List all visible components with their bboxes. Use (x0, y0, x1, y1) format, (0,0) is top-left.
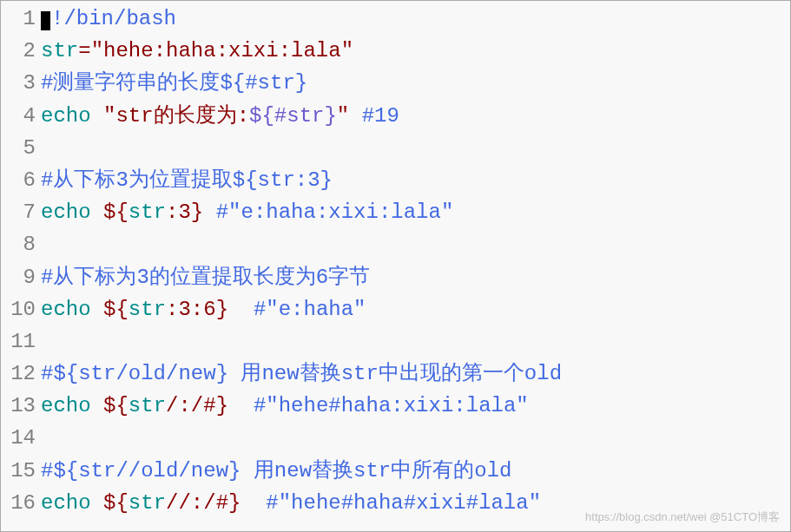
code-token: str (129, 298, 166, 321)
line-content: #测量字符串的长度${#str} (41, 67, 790, 99)
code-token: #${str/old/new} 用new替换str中出现的第一个old (41, 362, 562, 385)
line-number: 14 (3, 422, 41, 454)
code-token: / (166, 394, 178, 417)
code-token: #"hehe#haha:xixi:lala" (254, 394, 529, 417)
line-content (41, 325, 790, 358)
code-token: /#} (203, 491, 241, 515)
code-token (91, 491, 103, 515)
code-line: 11 (3, 325, 790, 358)
line-number: 12 (3, 358, 41, 390)
code-token: : (191, 298, 203, 321)
code-line: 5 (3, 132, 790, 164)
code-token (228, 394, 254, 417)
code-token: "hehe:haha:xixi:lala" (91, 39, 353, 62)
code-token (228, 298, 254, 321)
code-token: #${str//old/new} 用new替换str中所有的old (41, 459, 511, 483)
code-token: #从下标为3的位置提取长度为6字节 (41, 266, 370, 289)
code-token: "str的长度为: (103, 104, 249, 128)
code-token (91, 298, 103, 321)
line-number: 16 (3, 487, 41, 519)
code-token (203, 200, 215, 224)
code-token (91, 394, 103, 417)
line-content: !/bin/bash (41, 3, 790, 35)
line-content (41, 422, 790, 454)
code-line: 8 (3, 228, 790, 260)
code-token: echo (41, 298, 91, 321)
code-token: " (337, 104, 349, 128)
line-content: echo "str的长度为:${#str}" #19 (41, 100, 790, 132)
line-number: 11 (3, 325, 41, 358)
line-number: 6 (3, 164, 41, 196)
code-token: #从下标3为位置提取${str:3} (41, 168, 333, 192)
code-token: #19 (362, 104, 399, 128)
line-content (41, 228, 790, 260)
code-token: 6 (203, 298, 215, 321)
code-token: !/bin/bash (51, 7, 176, 30)
code-token: = (78, 39, 90, 62)
code-line: 13echo ${str/:/#} #"hehe#haha:xixi:lala" (3, 390, 790, 422)
code-token: str (129, 200, 166, 224)
line-content (41, 132, 790, 164)
code-editor: 1!/bin/bash2str="hehe:haha:xixi:lala"3#测… (1, 1, 790, 519)
code-token: ${ (103, 491, 129, 515)
line-number: 8 (3, 228, 41, 260)
line-number: 4 (3, 100, 41, 132)
line-content: echo ${str:3:6} #"e:haha" (41, 293, 790, 325)
line-number: 3 (3, 67, 41, 99)
code-token: #"e:haha:xixi:lala" (216, 200, 454, 224)
code-line: 3#测量字符串的长度${#str} (3, 67, 790, 99)
text-cursor (41, 11, 50, 30)
code-token: /#} (191, 394, 228, 417)
code-token (91, 200, 103, 224)
code-token: 3 (178, 200, 190, 224)
line-content: echo ${str:3} #"e:haha:xixi:lala" (41, 196, 790, 228)
code-token: ${ (103, 298, 129, 321)
line-content: #从下标为3的位置提取长度为6字节 (41, 261, 790, 293)
code-token: echo (41, 394, 91, 417)
code-token: : (166, 200, 178, 224)
code-token (91, 104, 103, 128)
code-token (349, 104, 361, 128)
line-number: 9 (3, 261, 41, 293)
line-number: 5 (3, 132, 41, 164)
code-line: 9#从下标为3的位置提取长度为6字节 (3, 261, 790, 293)
line-number: 1 (3, 3, 41, 35)
line-content: str="hehe:haha:xixi:lala" (41, 35, 790, 67)
code-token: str (41, 39, 78, 62)
code-line: 10echo ${str:3:6} #"e:haha" (3, 293, 790, 325)
code-token: ${ (103, 394, 129, 417)
code-token: 3 (178, 298, 190, 321)
line-content: #从下标3为位置提取${str:3} (41, 164, 790, 196)
line-number: 15 (3, 455, 41, 487)
code-token: : (191, 491, 203, 515)
code-token: #测量字符串的长度${#str} (41, 71, 307, 95)
code-line: 7echo ${str:3} #"e:haha:xixi:lala" (3, 196, 790, 228)
line-content: #${str/old/new} 用new替换str中出现的第一个old (41, 358, 790, 390)
line-number: 2 (3, 35, 41, 67)
code-token: str (129, 394, 166, 417)
code-line: 6#从下标3为位置提取${str:3} (3, 164, 790, 196)
code-line: 14 (3, 422, 790, 454)
code-line: 2str="hehe:haha:xixi:lala" (3, 35, 790, 67)
line-content: #${str//old/new} 用new替换str中所有的old (41, 455, 790, 487)
watermark-text: https://blog.csdn.net/wei @51CTO博客 (585, 509, 780, 526)
code-line: 12#${str/old/new} 用new替换str中出现的第一个old (3, 358, 790, 390)
code-line: 15#${str//old/new} 用new替换str中所有的old (3, 455, 790, 487)
code-token: : (178, 394, 190, 417)
code-token: echo (41, 491, 91, 515)
code-token (241, 491, 266, 515)
line-number: 13 (3, 390, 41, 422)
code-token: } (216, 298, 228, 321)
line-number: 7 (3, 196, 41, 228)
code-token: // (166, 491, 191, 515)
code-token: echo (41, 200, 91, 224)
code-token: #"e:haha" (254, 298, 366, 321)
code-token: } (191, 200, 203, 224)
line-number: 10 (3, 293, 41, 325)
code-line: 4echo "str的长度为:${#str}" #19 (3, 100, 790, 132)
line-content: echo ${str/:/#} #"hehe#haha:xixi:lala" (41, 390, 790, 422)
code-token: : (166, 298, 178, 321)
code-token: echo (41, 104, 91, 128)
code-token: #"hehe#haha#xixi#lala" (266, 491, 541, 515)
code-token: str (129, 491, 166, 515)
